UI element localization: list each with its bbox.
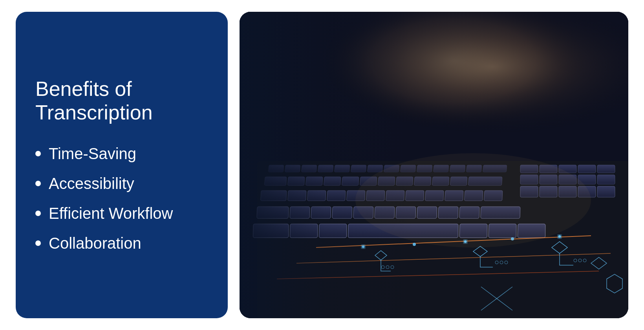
- list-item-time-saving: Time-Saving: [35, 144, 208, 163]
- svg-rect-63: [578, 165, 596, 173]
- list-item-efficient-workflow: Efficient Workflow: [35, 204, 208, 223]
- benefits-list: Time-Saving Accessibility Efficient Work…: [35, 144, 208, 253]
- benefit-label: Collaboration: [49, 234, 141, 253]
- title-line1: Benefits of: [35, 77, 208, 101]
- bullet-dot-icon: [35, 181, 41, 186]
- right-panel: Interface.OnClickListener { dial () .obs…: [240, 12, 628, 318]
- left-panel: Benefits of Transcription Time-Saving Ac…: [16, 12, 228, 318]
- list-item-accessibility: Accessibility: [35, 174, 208, 193]
- benefit-label: Time-Saving: [49, 144, 136, 163]
- bullet-dot-icon: [35, 151, 41, 156]
- title-line2: Transcription: [35, 101, 208, 125]
- benefit-label: Efficient Workflow: [49, 204, 173, 223]
- tech-image: Interface.OnClickListener { dial () .obs…: [240, 12, 628, 318]
- bullet-dot-icon: [35, 240, 41, 246]
- circuit-svg: [240, 12, 628, 318]
- svg-rect-74: [597, 186, 615, 197]
- title-block: Benefits of Transcription: [35, 77, 208, 125]
- svg-rect-64: [597, 165, 615, 173]
- benefit-label: Accessibility: [49, 174, 134, 193]
- svg-rect-69: [597, 175, 615, 184]
- bullet-dot-icon: [35, 211, 41, 216]
- list-item-collaboration: Collaboration: [35, 234, 208, 253]
- svg-point-85: [558, 235, 561, 238]
- main-container: Benefits of Transcription Time-Saving Ac…: [16, 12, 628, 318]
- svg-rect-103: [240, 12, 414, 318]
